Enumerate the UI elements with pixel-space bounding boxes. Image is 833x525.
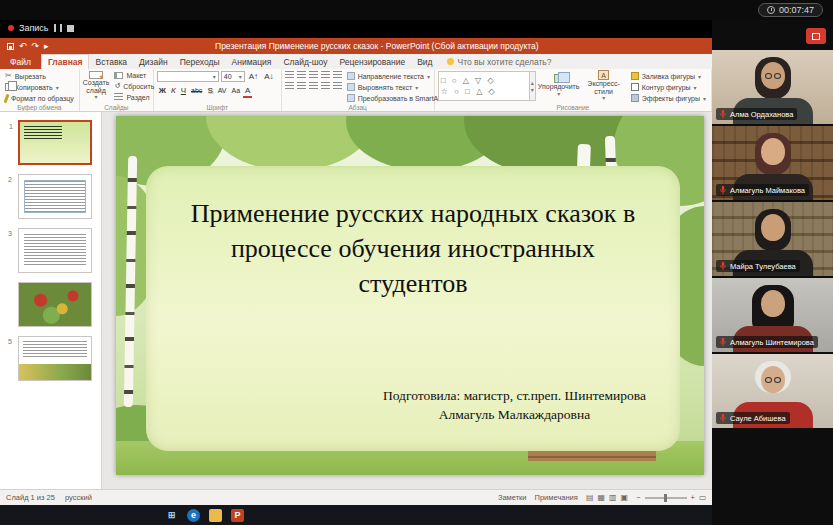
reset-button[interactable]: ↺ Сбросить (112, 81, 156, 91)
language-indicator[interactable]: русский (65, 493, 92, 502)
chevron-down-icon: ▾ (95, 94, 98, 101)
meeting-timer-value: 00:07:47 (779, 5, 814, 15)
align-center-icon[interactable] (297, 82, 306, 90)
format-painter-button[interactable]: Формат по образцу (3, 93, 76, 104)
shapes-gallery-scroll[interactable]: ▴ ▾ (530, 71, 536, 101)
fit-to-window-icon[interactable]: ▭ (699, 493, 706, 502)
zoom-slider-thumb[interactable] (664, 494, 667, 502)
slide-counter: Слайд 1 из 25 (6, 493, 55, 502)
section-button[interactable]: Раздел (112, 92, 156, 102)
align-left-icon[interactable] (285, 82, 294, 90)
reading-view-icon[interactable]: ▥ (609, 493, 617, 502)
tab-file[interactable]: Файл (0, 54, 41, 69)
arrange-button[interactable]: Упорядочить ▾ (539, 71, 579, 101)
slide-thumbnail-4[interactable]: 4 (18, 282, 92, 327)
scissors-icon: ✂ (5, 72, 12, 80)
start-slideshow-icon[interactable]: ▸ (44, 42, 49, 51)
font-size-combo[interactable]: 40▾ (221, 71, 245, 82)
undo-icon[interactable]: ↶ (19, 42, 27, 51)
slide-author-text[interactable]: Подготовила: магистр, ст.преп. Шинтемиро… (383, 386, 646, 425)
ribbon-tabs: Файл Главная Вставка Дизайн Переходы Ани… (0, 54, 712, 69)
layout-icon (114, 72, 123, 79)
tell-me-box[interactable]: Что вы хотите сделать? (439, 54, 552, 69)
slide-title-panel[interactable]: Применение русских народных сказок в про… (146, 166, 680, 451)
increase-font-button[interactable]: А↑ (247, 71, 260, 82)
normal-view-icon[interactable]: ▤ (586, 493, 594, 502)
bold-button[interactable]: Ж (157, 85, 168, 98)
tab-review[interactable]: Рецензирование (334, 54, 412, 69)
chevron-down-icon: ▾ (698, 73, 701, 80)
participant-video-4[interactable]: Алмагуль Шинтемирова (712, 278, 833, 352)
file-explorer-icon[interactable] (209, 509, 222, 522)
zoom-out-icon[interactable]: − (636, 493, 640, 502)
tab-transitions[interactable]: Переходы (174, 54, 226, 69)
text-shadow-button[interactable]: S (205, 85, 214, 98)
participant-video-1[interactable]: Алма Ордаханова (712, 50, 833, 124)
thumbnail-text-block (24, 234, 86, 267)
tab-slideshow[interactable]: Слайд-шоу (277, 54, 333, 69)
participant-video-2[interactable]: Алмагуль Маймакова (712, 126, 833, 200)
shape-effects-button[interactable]: Эффекты фигуры ▾ (629, 93, 708, 103)
start-button[interactable]: ⊞ (165, 509, 178, 522)
underline-button[interactable]: Ч (179, 85, 188, 98)
slide-thumbnail-3[interactable]: 3 (18, 228, 92, 273)
tab-design[interactable]: Дизайн (133, 54, 174, 69)
decrease-indent-icon[interactable] (309, 71, 318, 79)
italic-button[interactable]: К (169, 85, 178, 98)
redo-icon[interactable]: ↷ (32, 42, 40, 51)
browser-icon[interactable]: e (187, 509, 200, 522)
slide-thumbnail-1[interactable]: 1 (18, 120, 92, 165)
font-color-button[interactable]: А (243, 85, 252, 98)
tab-home[interactable]: Главная (41, 54, 90, 69)
new-slide-icon (89, 71, 103, 79)
numbering-icon[interactable] (297, 71, 306, 79)
stop-recording-button[interactable] (67, 25, 74, 32)
tab-view[interactable]: Вид (411, 54, 438, 69)
save-icon[interactable] (7, 43, 14, 50)
slide-sorter-icon[interactable]: ▦ (597, 493, 605, 502)
view-control-button[interactable] (806, 28, 826, 44)
slide-thumbnail-2[interactable]: 2 (18, 174, 92, 219)
powerpoint-taskbar-icon[interactable]: P (231, 509, 244, 522)
powerpoint-window: ↶ ↷ ▸ Презентация Применение русских ска… (0, 38, 712, 505)
tab-insert[interactable]: Вставка (89, 54, 133, 69)
slide-title-text[interactable]: Применение русских народных сказок в про… (182, 196, 644, 301)
shape-outline-button[interactable]: Контур фигуры ▾ (629, 82, 708, 92)
shapes-gallery[interactable]: □ ○ △ ▽ ◇ ☆ ○ □ △ ◇ (438, 71, 530, 101)
font-name-combo[interactable]: ▾ (157, 71, 219, 82)
decrease-font-button[interactable]: А↓ (262, 71, 275, 82)
align-right-icon[interactable] (309, 82, 318, 90)
new-slide-button[interactable]: Создать слайд ▾ (83, 71, 110, 101)
muted-mic-icon (719, 109, 727, 119)
thumbnail-text-block (24, 180, 86, 213)
cut-button[interactable]: ✂ Вырезать (3, 71, 76, 81)
notes-toggle[interactable]: Заметки (498, 493, 527, 502)
character-spacing-button[interactable]: AV (216, 85, 229, 98)
zoom-in-icon[interactable]: + (691, 493, 695, 502)
shape-fill-button[interactable]: Заливка фигуры ▾ (629, 71, 708, 81)
copy-button[interactable]: Копировать ▾ (3, 82, 76, 92)
comments-toggle[interactable]: Примечания (535, 493, 578, 502)
strikethrough-button[interactable]: abc (189, 85, 204, 98)
shape-outline-icon (631, 83, 639, 91)
change-case-button[interactable]: Aa (230, 85, 243, 98)
slideshow-view-icon[interactable]: ▣ (621, 493, 629, 502)
zoom-slider[interactable] (645, 497, 687, 499)
paragraph-group-label: Абзац (282, 104, 434, 111)
recording-indicator: Запись (8, 23, 74, 33)
participants-panel: Алма Ордаханова Алмагуль Маймакова Майра… (712, 20, 833, 525)
participant-video-3[interactable]: Майра Тулеубаева (712, 202, 833, 276)
pause-recording-button[interactable] (54, 24, 62, 32)
current-slide[interactable]: Применение русских народных сказок в про… (116, 116, 704, 475)
justify-icon[interactable] (321, 82, 330, 90)
tab-animations[interactable]: Анимация (226, 54, 278, 69)
layout-button[interactable]: Макет (112, 71, 156, 80)
columns-icon[interactable] (333, 82, 342, 90)
slide-thumbnail-5[interactable]: 5 (18, 336, 92, 381)
quick-styles-button[interactable]: А Экспресс-стили ▾ (582, 71, 626, 101)
participant-name-badge: Майра Тулеубаева (716, 260, 800, 272)
bullets-icon[interactable] (285, 71, 294, 79)
line-spacing-icon[interactable] (333, 71, 342, 79)
increase-indent-icon[interactable] (321, 71, 330, 79)
participant-video-5[interactable]: Сауле Абишева (712, 354, 833, 428)
